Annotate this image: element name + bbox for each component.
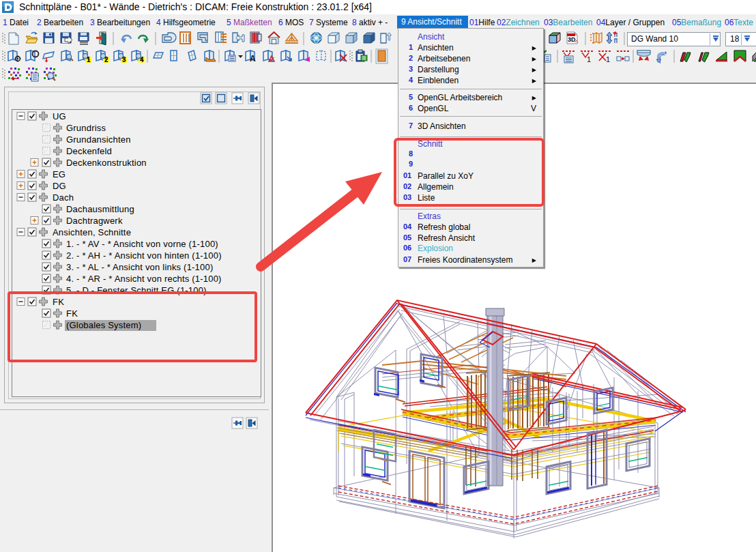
svg-text:1. - * AV - * Ansicht von vorn: 1. - * AV - * Ansicht von vorne (1-100) <box>66 239 218 249</box>
svg-text:1: 1 <box>606 55 610 63</box>
svg-text:4. - * AR - * Ansicht von rech: 4. - * AR - * Ansicht von rechts (1-100) <box>66 274 222 284</box>
svg-text:Dach: Dach <box>53 192 74 203</box>
svg-text:Deckenfeld: Deckenfeld <box>66 146 112 156</box>
svg-text:2: 2 <box>104 56 108 63</box>
svg-text:Grundriss: Grundriss <box>66 123 106 133</box>
svg-text:1: 1 <box>587 55 591 63</box>
svg-text:DG: DG <box>53 181 66 191</box>
svg-text:A: A <box>250 54 256 63</box>
svg-text:Grundansichten: Grundansichten <box>66 134 131 145</box>
svg-text:4: 4 <box>140 56 144 63</box>
svg-text:EG: EG <box>53 169 66 179</box>
svg-text:3: 3 <box>122 56 126 63</box>
svg-text:Dachtragwerk: Dachtragwerk <box>66 216 123 226</box>
svg-text:1: 1 <box>87 56 91 63</box>
svg-text:Dachausmittlung: Dachausmittlung <box>66 204 134 214</box>
svg-text:Deckenkonstruktion: Deckenkonstruktion <box>66 158 147 168</box>
svg-text:2. - * AH - * Ansicht von hint: 2. - * AH - * Ansicht von hinten (1-100) <box>66 250 222 261</box>
svg-text:UG: UG <box>53 111 66 121</box>
svg-text:Ansichten, Schnitte: Ansichten, Schnitte <box>53 227 131 237</box>
svg-text:3. - * AL - * Ansicht von link: 3. - * AL - * Ansicht von links (1-100) <box>66 262 213 272</box>
